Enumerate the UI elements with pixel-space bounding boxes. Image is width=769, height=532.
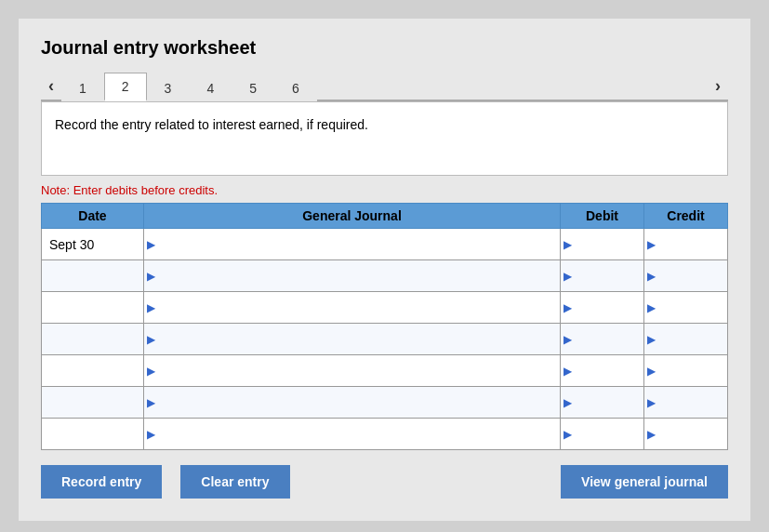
credit-input-2[interactable] [650,270,722,284]
instruction-text: Record the entry related to interest ear… [55,117,368,132]
clear-entry-button[interactable]: Clear entry [180,465,289,499]
debit-input-2[interactable] [566,270,638,284]
credit-cell-6[interactable]: ▶ [644,387,728,419]
header-general-journal: General Journal [144,204,561,229]
debit-input-6[interactable] [566,396,638,410]
arrow-icon-7: ▶ [147,428,155,441]
arrow-icon-6: ▶ [147,396,155,409]
debit-input-3[interactable] [566,301,638,315]
credit-cell-5[interactable]: ▶ [644,355,728,387]
entry-cell-7[interactable]: ▶ [144,419,561,450]
date-cell-6 [42,387,144,419]
date-cell-2 [42,260,144,292]
entry-cell-5[interactable]: ▶ [144,355,561,387]
debit-arrow-5: ▶ [563,365,572,378]
table-row: ▶ ▶ ▶ [42,355,728,387]
credit-arrow-4: ▶ [647,333,656,346]
page-title: Journal entry worksheet [41,37,728,59]
debit-arrow-4: ▶ [563,333,572,346]
debit-arrow-1: ▶ [563,238,572,251]
credit-input-4[interactable] [650,333,722,347]
buttons-row: Record entry Clear entry View general jo… [41,465,728,499]
debit-input-5[interactable] [566,365,638,379]
debit-cell-6[interactable]: ▶ [561,387,644,419]
debit-input-7[interactable] [566,428,638,442]
entry-input-4[interactable] [150,333,554,347]
note-text: Note: Enter debits before credits. [41,183,728,197]
date-cell-1: Sept 30 [42,229,144,260]
debit-cell-1[interactable]: ▶ [561,229,644,260]
credit-arrow-5: ▶ [647,365,656,378]
credit-cell-1[interactable]: ▶ [644,229,728,260]
debit-arrow-6: ▶ [563,396,572,409]
entry-input-5[interactable] [150,365,554,379]
tabs-row: ‹ 1 2 3 4 5 6 › [41,72,728,101]
tab-4[interactable]: 4 [189,74,232,101]
arrow-icon-5: ▶ [147,365,155,378]
header-credit: Credit [644,204,728,229]
entry-cell-2[interactable]: ▶ [144,260,561,292]
tab-3[interactable]: 3 [147,74,190,101]
journal-table: Date General Journal Debit Credit Sept 3… [41,203,728,450]
credit-arrow-2: ▶ [647,270,656,283]
debit-arrow-7: ▶ [563,428,572,441]
entry-cell-3[interactable]: ▶ [144,292,561,324]
entry-input-3[interactable] [150,301,554,315]
credit-input-5[interactable] [650,365,722,379]
tab-2[interactable]: 2 [104,73,147,101]
entry-input-2[interactable] [150,270,554,284]
arrow-icon-4: ▶ [147,333,155,346]
date-cell-4 [42,324,144,355]
header-debit: Debit [561,204,644,229]
credit-input-1[interactable] [650,238,722,252]
table-row: ▶ ▶ ▶ [42,387,728,419]
debit-cell-7[interactable]: ▶ [561,419,644,450]
credit-arrow-3: ▶ [647,301,656,314]
table-row: ▶ ▶ ▶ [42,292,728,324]
debit-cell-2[interactable]: ▶ [561,260,644,292]
date-cell-7 [42,419,144,450]
arrow-icon-1: ▶ [147,238,155,251]
credit-arrow-1: ▶ [647,238,656,251]
tab-1[interactable]: 1 [61,74,104,101]
instruction-box: Record the entry related to interest ear… [41,101,728,176]
table-row: ▶ ▶ ▶ [42,260,728,292]
header-date: Date [42,204,144,229]
debit-cell-5[interactable]: ▶ [561,355,644,387]
credit-cell-3[interactable]: ▶ [644,292,728,324]
tab-5[interactable]: 5 [232,74,274,101]
credit-input-6[interactable] [650,396,722,410]
arrow-icon-3: ▶ [147,301,155,314]
table-row: ▶ ▶ ▶ [42,324,728,355]
date-cell-5 [42,355,144,387]
debit-cell-3[interactable]: ▶ [561,292,644,324]
entry-cell-1[interactable]: ▶ [144,229,561,260]
debit-arrow-3: ▶ [563,301,572,314]
main-container: Journal entry worksheet ‹ 1 2 3 4 5 6 › … [19,19,750,521]
debit-cell-4[interactable]: ▶ [561,324,644,355]
table-row: ▶ ▶ ▶ [42,419,728,450]
record-entry-button[interactable]: Record entry [41,465,162,499]
next-tab-button[interactable]: › [708,72,728,100]
entry-input-1[interactable] [150,238,554,252]
entry-input-6[interactable] [150,396,554,410]
view-general-journal-button[interactable]: View general journal [561,465,728,499]
debit-input-1[interactable] [566,238,638,252]
prev-tab-button[interactable]: ‹ [41,72,61,100]
arrow-icon-2: ▶ [147,270,155,283]
credit-cell-7[interactable]: ▶ [644,419,728,450]
credit-arrow-7: ▶ [647,428,656,441]
credit-arrow-6: ▶ [647,396,656,409]
credit-input-7[interactable] [650,428,722,442]
debit-input-4[interactable] [566,333,638,347]
entry-input-7[interactable] [150,428,554,442]
tab-6[interactable]: 6 [274,74,317,101]
date-cell-3 [42,292,144,324]
credit-input-3[interactable] [650,301,722,315]
credit-cell-4[interactable]: ▶ [644,324,728,355]
credit-cell-2[interactable]: ▶ [644,260,728,292]
debit-arrow-2: ▶ [563,270,572,283]
entry-cell-6[interactable]: ▶ [144,387,561,419]
table-row: Sept 30 ▶ ▶ ▶ [42,229,728,260]
entry-cell-4[interactable]: ▶ [144,324,561,355]
